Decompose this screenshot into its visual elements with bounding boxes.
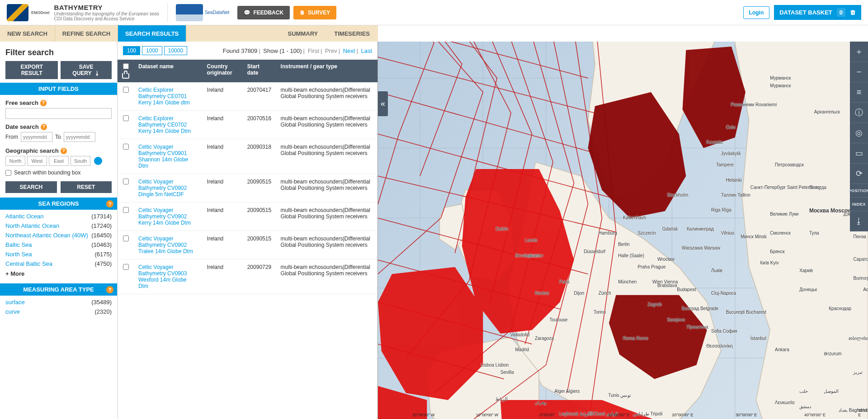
page-size-1000[interactable]: 1000 [142,46,162,55]
map-coord-label: 50°00'00" E [858,408,868,417]
row-checkbox[interactable] [123,144,129,150]
chevron-left-icon: « [381,99,385,108]
measuring-area-head[interactable]: MEASURING AREA TYPE ? [0,283,117,296]
select-button[interactable]: ▭ [850,143,868,164]
map-city-label: Ərzurum [824,351,841,356]
west-input[interactable] [27,156,47,166]
row-checkbox[interactable] [123,87,129,93]
cell-country: Ireland [203,231,243,259]
export-result-button[interactable]: EXPORT RESULT [5,61,58,79]
reset-button[interactable]: RESET [61,181,112,193]
facet-link[interactable]: North Atlantic Ocean [5,222,59,229]
map-city-label: Praha Prague [638,264,666,269]
search-button[interactable]: SEARCH [5,181,57,193]
tab-row: NEW SEARCH REFINE SEARCH SEARCH RESULTS … [0,25,868,42]
select-all-checkbox[interactable] [123,63,129,69]
tab-new-search[interactable]: NEW SEARCH [0,25,55,42]
trash-icon[interactable]: 🗑 [850,9,856,16]
row-checkbox[interactable] [123,264,129,270]
download-map-button[interactable]: ⭳ [850,211,868,231]
page-last[interactable]: Last [361,47,372,54]
sliders-icon: ≡ [857,88,862,97]
map-city-label: Zaragoza [535,336,554,341]
dataset-link[interactable]: Celtic Voyager Bathymetry CV0901 Shannon… [138,144,188,169]
east-input[interactable] [49,156,69,166]
map-city-label: Hamburg [599,231,617,235]
map-city-label: Рованиеми Rovaniemi [731,102,777,107]
tab-search-results[interactable]: SEARCH RESULTS [118,25,186,42]
more-link[interactable]: + More [5,268,112,279]
facet-link[interactable]: curve [5,308,20,315]
basket-icon[interactable] [122,73,129,79]
tab-refine-search[interactable]: REFINE SEARCH [55,25,118,42]
dataset-link[interactable]: Celtic Voyager Bathymetry CV0902 Kerry 1… [138,207,191,226]
map-collapse-button[interactable]: « [378,91,388,116]
bbox-checkbox[interactable] [5,170,11,176]
col-start[interactable]: Start date [243,60,276,82]
north-input[interactable] [5,156,25,166]
locate-button[interactable]: ◎ [850,123,868,143]
date-from-input[interactable] [21,132,52,142]
zoom-out-button[interactable]: − [850,62,868,82]
zoom-in-button[interactable]: ＋ [850,42,868,62]
seadatanet-logo[interactable] [176,4,203,21]
seadatanet-logo-icon [176,4,203,21]
facet-link[interactable]: Northeast Atlantic Ocean (40W) [5,232,88,239]
facet-link[interactable]: surface [5,299,25,306]
globe-icon[interactable] [94,157,102,165]
map-city-label: وهران [535,400,547,405]
dataset-link[interactable]: Celtic Voyager Bathymetry CV0903 Wexford… [138,264,187,289]
help-icon[interactable]: ? [106,286,113,293]
help-icon[interactable]: ? [41,124,47,130]
help-icon[interactable]: ? [106,200,113,207]
login-button[interactable]: Login [743,6,770,19]
col-instrument[interactable]: Instrument / gear type [276,60,377,82]
feedback-button[interactable]: 💬 FEEDBACK [237,6,290,19]
dataset-link[interactable]: Celtic Explorer Bathymetry CE0702 Kerry … [138,115,191,134]
map-coord-label: 20°00'00" W [412,413,435,417]
col-country[interactable]: Country originator [203,60,243,82]
layers-button[interactable]: ≡ [850,82,868,103]
cell-instrument: multi-beam echosounders|Differential Glo… [276,111,377,139]
locate-icon: ◎ [855,128,863,138]
save-query-button[interactable]: SAVE QUERY ⭳ [61,61,112,79]
facet-link[interactable]: North Sea [5,251,32,258]
emodnet-logo[interactable]: EMODnet [7,4,50,21]
dataset-link[interactable]: Celtic Voyager Bathymetry CV0902 Tralee … [138,235,193,254]
facet-link[interactable]: Central Baltic Sea [5,260,52,267]
tab-timeseries[interactable]: TIMESERIES [326,25,378,42]
free-search-input[interactable] [5,108,112,119]
map-city-label: Vilnius [721,231,734,235]
tab-summary[interactable]: SUMMARY [280,25,326,42]
sea-regions-head[interactable]: SEA REGIONS ? [0,198,117,210]
south-input[interactable] [71,156,90,166]
map-city-label: თბილისი Tbilisi [849,336,868,341]
map-city-label: تبريز [853,370,863,375]
map-city-label: Birmingham [515,253,539,258]
page-size-selector: 100 1000 10000 [123,46,187,55]
dataset-basket[interactable]: DATASET BASKET 0 🗑 [774,5,861,20]
date-to-input[interactable] [64,132,95,142]
page-next[interactable]: Next [343,47,355,54]
row-checkbox[interactable] [123,115,129,121]
row-checkbox[interactable] [123,207,129,213]
dataset-link[interactable]: Celtic Explorer Bathymetry CE0701 Kerry … [138,87,190,106]
download-icon: ⭳ [94,70,100,76]
row-checkbox[interactable] [123,235,129,241]
info-button[interactable]: ⓘ [850,103,868,123]
help-icon[interactable]: ? [40,100,47,106]
survey-button[interactable]: 🗎 SURVEY [293,6,336,19]
dataset-link[interactable]: Celtic Voyager Bathymetry CV0902 Dingle … [138,179,187,198]
facet-link[interactable]: Atlantic Ocean [5,213,44,220]
page-size-10000[interactable]: 10000 [164,46,187,55]
page-size-100[interactable]: 100 [123,46,140,55]
map-city-label: Мурманск [770,83,791,88]
reset-view-button[interactable]: ⟳ [850,164,868,184]
map-city-label: الرباط [495,396,508,401]
map-city-label: Tunis تونس [608,393,631,398]
col-name[interactable]: Dataset name [134,60,203,82]
facet-link[interactable]: Baltic Sea [5,241,32,248]
row-checkbox[interactable] [123,179,129,184]
map-view[interactable]: « ＋ − ≡ ⓘ ◎ ▭ ⟳ POSITION INDEX ⭳ Мурманс… [378,42,868,419]
help-icon[interactable]: ? [61,148,67,154]
